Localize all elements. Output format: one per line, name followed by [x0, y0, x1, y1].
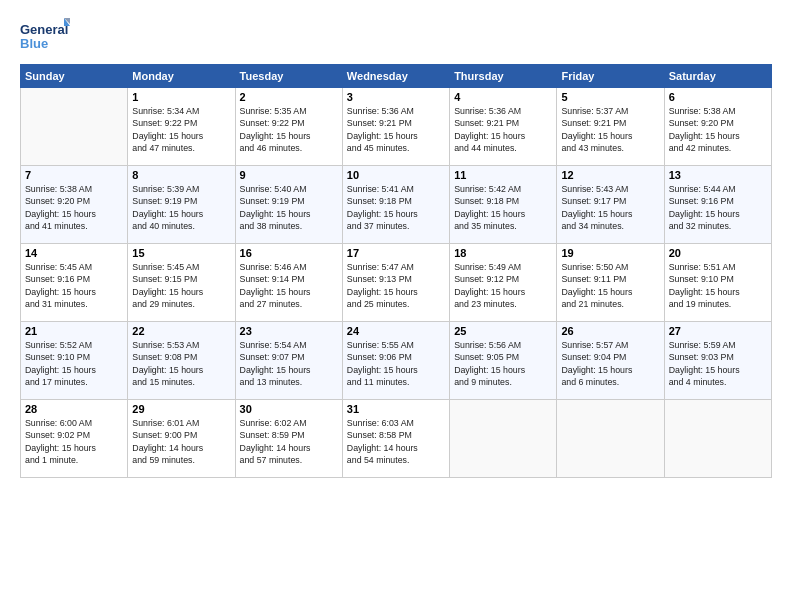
day-number: 19 [561, 247, 659, 259]
calendar-cell: 22Sunrise: 5:53 AM Sunset: 9:08 PM Dayli… [128, 322, 235, 400]
day-number: 5 [561, 91, 659, 103]
calendar-cell [557, 400, 664, 478]
week-row-1: 1Sunrise: 5:34 AM Sunset: 9:22 PM Daylig… [21, 88, 772, 166]
calendar-cell: 30Sunrise: 6:02 AM Sunset: 8:59 PM Dayli… [235, 400, 342, 478]
col-header-monday: Monday [128, 65, 235, 88]
calendar-cell: 7Sunrise: 5:38 AM Sunset: 9:20 PM Daylig… [21, 166, 128, 244]
day-info: Sunrise: 5:45 AM Sunset: 9:15 PM Dayligh… [132, 261, 230, 310]
day-info: Sunrise: 6:01 AM Sunset: 9:00 PM Dayligh… [132, 417, 230, 466]
calendar-table: SundayMondayTuesdayWednesdayThursdayFrid… [20, 64, 772, 478]
day-number: 12 [561, 169, 659, 181]
calendar-cell: 6Sunrise: 5:38 AM Sunset: 9:20 PM Daylig… [664, 88, 771, 166]
day-info: Sunrise: 5:53 AM Sunset: 9:08 PM Dayligh… [132, 339, 230, 388]
day-number: 2 [240, 91, 338, 103]
day-number: 3 [347, 91, 445, 103]
calendar-cell: 24Sunrise: 5:55 AM Sunset: 9:06 PM Dayli… [342, 322, 449, 400]
calendar-cell: 9Sunrise: 5:40 AM Sunset: 9:19 PM Daylig… [235, 166, 342, 244]
day-number: 17 [347, 247, 445, 259]
day-number: 6 [669, 91, 767, 103]
col-header-saturday: Saturday [664, 65, 771, 88]
day-number: 8 [132, 169, 230, 181]
calendar-cell: 4Sunrise: 5:36 AM Sunset: 9:21 PM Daylig… [450, 88, 557, 166]
calendar-cell: 3Sunrise: 5:36 AM Sunset: 9:21 PM Daylig… [342, 88, 449, 166]
svg-text:General: General [20, 22, 68, 37]
calendar-cell [664, 400, 771, 478]
calendar-cell [450, 400, 557, 478]
day-number: 11 [454, 169, 552, 181]
calendar-cell: 28Sunrise: 6:00 AM Sunset: 9:02 PM Dayli… [21, 400, 128, 478]
day-info: Sunrise: 5:43 AM Sunset: 9:17 PM Dayligh… [561, 183, 659, 232]
calendar-cell: 16Sunrise: 5:46 AM Sunset: 9:14 PM Dayli… [235, 244, 342, 322]
day-number: 16 [240, 247, 338, 259]
calendar-page: General Blue SundayMondayTuesdayWednesda… [0, 0, 792, 612]
day-info: Sunrise: 5:55 AM Sunset: 9:06 PM Dayligh… [347, 339, 445, 388]
day-number: 15 [132, 247, 230, 259]
day-number: 27 [669, 325, 767, 337]
day-info: Sunrise: 5:59 AM Sunset: 9:03 PM Dayligh… [669, 339, 767, 388]
day-number: 30 [240, 403, 338, 415]
calendar-cell: 8Sunrise: 5:39 AM Sunset: 9:19 PM Daylig… [128, 166, 235, 244]
calendar-cell: 14Sunrise: 5:45 AM Sunset: 9:16 PM Dayli… [21, 244, 128, 322]
day-number: 7 [25, 169, 123, 181]
col-header-friday: Friday [557, 65, 664, 88]
day-number: 10 [347, 169, 445, 181]
calendar-cell: 21Sunrise: 5:52 AM Sunset: 9:10 PM Dayli… [21, 322, 128, 400]
col-header-tuesday: Tuesday [235, 65, 342, 88]
day-info: Sunrise: 5:37 AM Sunset: 9:21 PM Dayligh… [561, 105, 659, 154]
day-info: Sunrise: 5:36 AM Sunset: 9:21 PM Dayligh… [347, 105, 445, 154]
day-number: 23 [240, 325, 338, 337]
calendar-cell: 26Sunrise: 5:57 AM Sunset: 9:04 PM Dayli… [557, 322, 664, 400]
calendar-cell: 12Sunrise: 5:43 AM Sunset: 9:17 PM Dayli… [557, 166, 664, 244]
day-number: 29 [132, 403, 230, 415]
day-info: Sunrise: 5:39 AM Sunset: 9:19 PM Dayligh… [132, 183, 230, 232]
day-info: Sunrise: 5:35 AM Sunset: 9:22 PM Dayligh… [240, 105, 338, 154]
day-info: Sunrise: 5:50 AM Sunset: 9:11 PM Dayligh… [561, 261, 659, 310]
logo: General Blue [20, 16, 70, 56]
day-info: Sunrise: 5:38 AM Sunset: 9:20 PM Dayligh… [25, 183, 123, 232]
day-number: 26 [561, 325, 659, 337]
calendar-cell: 1Sunrise: 5:34 AM Sunset: 9:22 PM Daylig… [128, 88, 235, 166]
day-info: Sunrise: 5:44 AM Sunset: 9:16 PM Dayligh… [669, 183, 767, 232]
calendar-cell: 18Sunrise: 5:49 AM Sunset: 9:12 PM Dayli… [450, 244, 557, 322]
day-info: Sunrise: 5:54 AM Sunset: 9:07 PM Dayligh… [240, 339, 338, 388]
day-info: Sunrise: 5:41 AM Sunset: 9:18 PM Dayligh… [347, 183, 445, 232]
calendar-cell [21, 88, 128, 166]
day-number: 14 [25, 247, 123, 259]
day-info: Sunrise: 6:02 AM Sunset: 8:59 PM Dayligh… [240, 417, 338, 466]
week-row-3: 14Sunrise: 5:45 AM Sunset: 9:16 PM Dayli… [21, 244, 772, 322]
week-row-2: 7Sunrise: 5:38 AM Sunset: 9:20 PM Daylig… [21, 166, 772, 244]
col-header-sunday: Sunday [21, 65, 128, 88]
week-row-5: 28Sunrise: 6:00 AM Sunset: 9:02 PM Dayli… [21, 400, 772, 478]
calendar-cell: 11Sunrise: 5:42 AM Sunset: 9:18 PM Dayli… [450, 166, 557, 244]
calendar-cell: 31Sunrise: 6:03 AM Sunset: 8:58 PM Dayli… [342, 400, 449, 478]
day-number: 24 [347, 325, 445, 337]
day-number: 28 [25, 403, 123, 415]
day-info: Sunrise: 5:51 AM Sunset: 9:10 PM Dayligh… [669, 261, 767, 310]
calendar-cell: 15Sunrise: 5:45 AM Sunset: 9:15 PM Dayli… [128, 244, 235, 322]
calendar-cell: 27Sunrise: 5:59 AM Sunset: 9:03 PM Dayli… [664, 322, 771, 400]
day-number: 31 [347, 403, 445, 415]
col-header-wednesday: Wednesday [342, 65, 449, 88]
day-info: Sunrise: 5:36 AM Sunset: 9:21 PM Dayligh… [454, 105, 552, 154]
day-info: Sunrise: 5:40 AM Sunset: 9:19 PM Dayligh… [240, 183, 338, 232]
day-number: 9 [240, 169, 338, 181]
calendar-cell: 5Sunrise: 5:37 AM Sunset: 9:21 PM Daylig… [557, 88, 664, 166]
day-info: Sunrise: 5:38 AM Sunset: 9:20 PM Dayligh… [669, 105, 767, 154]
logo-svg: General Blue [20, 16, 70, 56]
col-header-thursday: Thursday [450, 65, 557, 88]
day-info: Sunrise: 5:47 AM Sunset: 9:13 PM Dayligh… [347, 261, 445, 310]
calendar-cell: 13Sunrise: 5:44 AM Sunset: 9:16 PM Dayli… [664, 166, 771, 244]
day-info: Sunrise: 6:00 AM Sunset: 9:02 PM Dayligh… [25, 417, 123, 466]
day-number: 21 [25, 325, 123, 337]
header-row: SundayMondayTuesdayWednesdayThursdayFrid… [21, 65, 772, 88]
day-number: 13 [669, 169, 767, 181]
calendar-cell: 23Sunrise: 5:54 AM Sunset: 9:07 PM Dayli… [235, 322, 342, 400]
day-number: 20 [669, 247, 767, 259]
calendar-cell: 29Sunrise: 6:01 AM Sunset: 9:00 PM Dayli… [128, 400, 235, 478]
svg-text:Blue: Blue [20, 36, 48, 51]
week-row-4: 21Sunrise: 5:52 AM Sunset: 9:10 PM Dayli… [21, 322, 772, 400]
day-info: Sunrise: 5:49 AM Sunset: 9:12 PM Dayligh… [454, 261, 552, 310]
calendar-cell: 2Sunrise: 5:35 AM Sunset: 9:22 PM Daylig… [235, 88, 342, 166]
calendar-cell: 10Sunrise: 5:41 AM Sunset: 9:18 PM Dayli… [342, 166, 449, 244]
calendar-cell: 20Sunrise: 5:51 AM Sunset: 9:10 PM Dayli… [664, 244, 771, 322]
